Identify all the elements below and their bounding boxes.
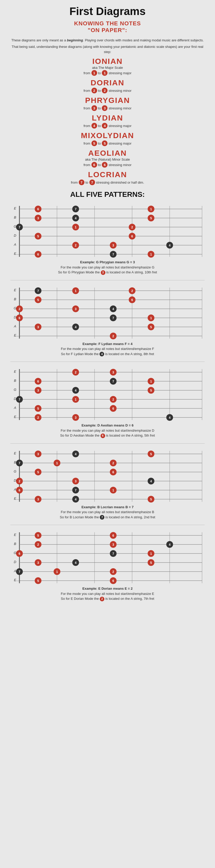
svg-text:2: 2: [131, 289, 133, 293]
svg-text:6: 6: [112, 407, 114, 410]
svg-text:6: 6: [37, 380, 39, 383]
svg-text:7: 7: [112, 552, 114, 556]
caption-2: Example: F Lydian means F = 4 For the mo…: [10, 341, 205, 356]
svg-text:4: 4: [112, 307, 114, 311]
svg-text:1: 1: [150, 316, 152, 320]
from-num-lydian: 4: [91, 123, 97, 128]
fretboard-svg-2: E B G D A E ~~~~ 7 1 2: [10, 283, 205, 340]
svg-text:4: 4: [75, 452, 77, 456]
svg-text:3: 3: [75, 416, 77, 420]
svg-text:2: 2: [75, 371, 77, 374]
svg-text:6: 6: [19, 489, 21, 492]
caption-num-1: 3: [101, 270, 105, 275]
to-num-aeolian: 6: [102, 162, 107, 167]
mode-from-mixolydian: from 5 to 5 stressing major: [10, 141, 205, 146]
svg-text:7: 7: [75, 489, 77, 492]
note-e1-f4-label: 1: [150, 208, 152, 211]
svg-text:6: 6: [19, 316, 21, 320]
mode-from-dorian: from 2 to 2 stressing minor: [10, 88, 205, 93]
svg-text:A: A: [14, 569, 16, 573]
mode-name-phrygian: PHRYGIAN: [10, 96, 205, 105]
mode-name-ionian: IONIAN: [10, 57, 205, 66]
svg-text:7: 7: [112, 316, 114, 320]
note-g-f2-label: 1: [75, 225, 77, 229]
svg-text:~~~~: ~~~~: [15, 416, 20, 419]
svg-text:3: 3: [112, 543, 114, 547]
svg-text:5: 5: [150, 561, 152, 565]
mode-ionian: IONIAN aka The Major Scale from 1 to 1 s…: [10, 57, 205, 76]
to-num-locrian: 7: [89, 180, 95, 185]
svg-text:2: 2: [37, 416, 39, 420]
string-label-b: B: [14, 215, 16, 219]
svg-text:1: 1: [56, 461, 58, 465]
svg-text:4: 4: [150, 479, 152, 483]
svg-text:5: 5: [37, 470, 39, 474]
page: First Diagrams KNOWING THE NOTES"ON PAPE…: [0, 0, 215, 612]
caption-1: Example: G Phrygian means G = 3 For the …: [10, 260, 205, 275]
svg-text:1: 1: [75, 398, 77, 401]
from-num-locrian: 7: [79, 180, 84, 185]
from-num-aeolian: 6: [91, 162, 97, 167]
svg-text:G: G: [14, 469, 16, 473]
svg-text:2: 2: [112, 334, 114, 338]
svg-text:B: B: [14, 379, 16, 382]
svg-text:3: 3: [75, 307, 77, 311]
to-num-mixolydian: 5: [102, 141, 107, 146]
svg-text:~~~~: ~~~~: [15, 335, 20, 338]
note-b-f4-label: 5: [150, 216, 152, 220]
page-title: First Diagrams: [10, 5, 205, 18]
string-label-g: G: [14, 224, 16, 228]
svg-text:6: 6: [112, 579, 114, 583]
divider-4: [10, 525, 205, 525]
note-b-f1-label: 3: [37, 216, 39, 220]
caption-num-5: 2: [100, 597, 104, 601]
svg-text:A: A: [14, 488, 16, 491]
note-le-f1-label: 6: [37, 253, 39, 256]
mode-name-mixolydian: MIXOLYDIAN: [10, 131, 205, 140]
divider-2: [10, 362, 205, 362]
svg-text:G: G: [14, 306, 16, 310]
svg-text:7: 7: [112, 380, 114, 383]
fretboard-svg-1: E B G D A E ~~~~: [10, 201, 205, 258]
mode-from-phrygian: from 3 to 3 stressing minor: [10, 105, 205, 111]
svg-text:2: 2: [112, 461, 114, 465]
note-le-f4-label: 1: [150, 253, 152, 256]
svg-text:2: 2: [112, 398, 114, 401]
note-le-f3-label: 7: [112, 253, 114, 256]
svg-text:~~~~: ~~~~: [15, 498, 20, 501]
svg-text:B: B: [14, 297, 16, 301]
svg-text:5: 5: [37, 298, 39, 302]
svg-text:2: 2: [112, 570, 114, 574]
mode-dorian: DORIAN from 2 to 2 stressing minor: [10, 79, 205, 93]
to-num-ionian: 1: [102, 70, 107, 76]
fretboard-svg-5: E B G D A E ~~~~ 5 6 2: [10, 528, 205, 585]
svg-text:B: B: [14, 460, 16, 464]
to-num-lydian: 4: [102, 123, 107, 128]
divider-1: [10, 280, 205, 280]
caption-num-2: 4: [100, 352, 104, 356]
note-a-f5-label: 4: [169, 244, 171, 247]
mode-name-dorian: DORIAN: [10, 79, 205, 87]
mode-from-aeolian: from 6 to 6 stressing minor: [10, 162, 205, 167]
fretboard-svg-4: E B G D A E ~~~~ 3 4 5: [10, 446, 205, 503]
svg-text:1: 1: [75, 289, 77, 293]
note-g-open-label: 7: [19, 225, 21, 229]
from-num-mixolydian: 5: [91, 141, 97, 146]
fretboard-3: E B G D A E ~~~~ 2 3 6: [10, 365, 205, 438]
svg-text:5: 5: [150, 452, 152, 456]
mode-from-ionian: from 1 to 1 stressing major: [10, 70, 205, 76]
mode-locrian: LOCRIAN from 7 to 7 stressing diminished…: [10, 170, 205, 185]
mode-mixolydian: MIXOLYDIAN from 5 to 5 stressing major: [10, 131, 205, 146]
svg-text:6: 6: [112, 534, 114, 537]
svg-text:3: 3: [37, 326, 39, 329]
svg-text:2: 2: [19, 307, 21, 311]
mode-aka-ionian: aka The Major Scale: [10, 66, 205, 69]
to-num-dorian: 2: [102, 88, 107, 93]
open-indicator: ~~~~: [15, 253, 20, 256]
svg-text:6: 6: [19, 552, 21, 556]
note-g-f3-label: 2: [131, 225, 133, 229]
fretboard-2: E B G D A E ~~~~ 7 1 2: [10, 283, 205, 356]
svg-text:7: 7: [19, 570, 21, 574]
svg-text:E: E: [14, 451, 16, 455]
note-e1-f1-label: 6: [37, 208, 39, 211]
